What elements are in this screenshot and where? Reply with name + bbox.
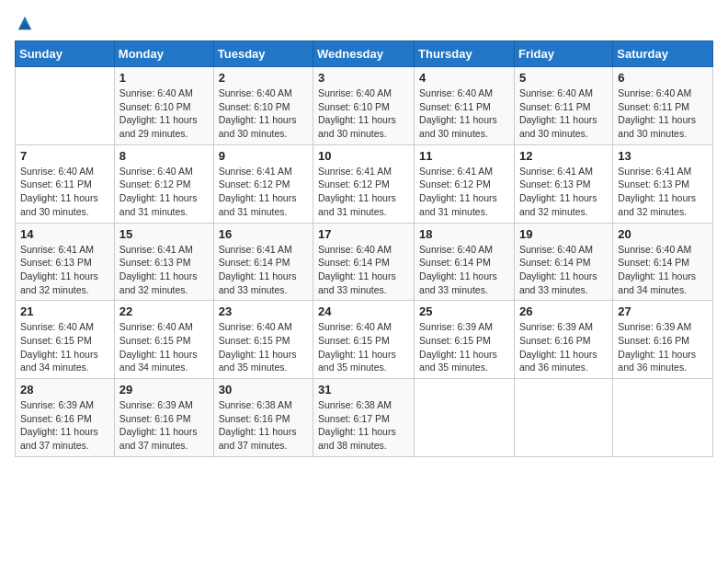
day-info: Sunrise: 6:40 AMSunset: 6:12 PMDaylight:… — [119, 165, 209, 219]
day-info: Sunrise: 6:38 AMSunset: 6:16 PMDaylight:… — [219, 398, 308, 453]
calendar-cell: 17Sunrise: 6:40 AMSunset: 6:14 PMDayligh… — [313, 223, 415, 301]
weekday-header: Sunday — [16, 41, 115, 67]
day-number: 12 — [519, 149, 608, 163]
calendar-cell: 26Sunrise: 6:39 AMSunset: 6:16 PMDayligh… — [514, 301, 612, 379]
calendar-cell: 1Sunrise: 6:40 AMSunset: 6:10 PMDaylight… — [114, 67, 213, 145]
calendar-cell: 30Sunrise: 6:38 AMSunset: 6:16 PMDayligh… — [213, 379, 313, 457]
calendar-cell: 4Sunrise: 6:40 AMSunset: 6:11 PMDaylight… — [415, 67, 515, 145]
day-info: Sunrise: 6:39 AMSunset: 6:15 PMDaylight:… — [419, 320, 509, 374]
day-info: Sunrise: 6:41 AMSunset: 6:12 PMDaylight:… — [219, 165, 308, 219]
calendar-cell: 3Sunrise: 6:40 AMSunset: 6:10 PMDaylight… — [313, 67, 415, 145]
svg-marker-1 — [18, 21, 31, 29]
day-number: 31 — [318, 383, 409, 396]
day-number: 5 — [519, 71, 608, 85]
calendar-week-row: 28Sunrise: 6:39 AMSunset: 6:16 PMDayligh… — [16, 379, 713, 457]
calendar-week-row: 14Sunrise: 6:41 AMSunset: 6:13 PMDayligh… — [16, 223, 713, 301]
calendar-cell: 28Sunrise: 6:39 AMSunset: 6:16 PMDayligh… — [16, 379, 115, 457]
day-info: Sunrise: 6:41 AMSunset: 6:13 PMDaylight:… — [119, 243, 209, 297]
day-number: 23 — [219, 304, 308, 318]
calendar-cell: 18Sunrise: 6:40 AMSunset: 6:14 PMDayligh… — [415, 223, 515, 301]
day-info: Sunrise: 6:38 AMSunset: 6:17 PMDaylight:… — [318, 398, 409, 453]
day-number: 13 — [618, 149, 708, 163]
day-number: 17 — [318, 227, 409, 241]
day-info: Sunrise: 6:40 AMSunset: 6:14 PMDaylight:… — [318, 243, 409, 297]
day-number: 29 — [119, 383, 209, 396]
day-info: Sunrise: 6:39 AMSunset: 6:16 PMDaylight:… — [618, 320, 708, 374]
day-info: Sunrise: 6:40 AMSunset: 6:15 PMDaylight:… — [119, 320, 209, 374]
weekday-header: Wednesday — [313, 41, 415, 67]
calendar-cell: 10Sunrise: 6:41 AMSunset: 6:12 PMDayligh… — [313, 144, 415, 223]
day-number: 6 — [618, 71, 708, 85]
day-number: 24 — [318, 304, 409, 318]
calendar-cell: 11Sunrise: 6:41 AMSunset: 6:12 PMDayligh… — [415, 144, 515, 223]
day-number: 4 — [419, 71, 509, 85]
day-info: Sunrise: 6:40 AMSunset: 6:11 PMDaylight:… — [519, 86, 608, 141]
day-number: 10 — [318, 149, 409, 163]
calendar-cell — [613, 379, 713, 457]
calendar-cell: 24Sunrise: 6:40 AMSunset: 6:15 PMDayligh… — [313, 301, 415, 379]
day-info: Sunrise: 6:40 AMSunset: 6:10 PMDaylight:… — [318, 86, 409, 141]
calendar-cell: 19Sunrise: 6:40 AMSunset: 6:14 PMDayligh… — [514, 223, 612, 301]
calendar-week-row: 7Sunrise: 6:40 AMSunset: 6:11 PMDaylight… — [16, 144, 713, 223]
day-number: 18 — [419, 227, 509, 241]
calendar-cell: 2Sunrise: 6:40 AMSunset: 6:10 PMDaylight… — [213, 67, 313, 145]
day-info: Sunrise: 6:41 AMSunset: 6:13 PMDaylight:… — [20, 243, 109, 297]
day-number: 25 — [419, 304, 509, 318]
day-number: 7 — [20, 149, 109, 163]
day-info: Sunrise: 6:39 AMSunset: 6:16 PMDaylight:… — [119, 398, 209, 453]
calendar-cell: 8Sunrise: 6:40 AMSunset: 6:12 PMDaylight… — [114, 144, 213, 223]
day-info: Sunrise: 6:39 AMSunset: 6:16 PMDaylight:… — [20, 398, 109, 453]
calendar-cell: 16Sunrise: 6:41 AMSunset: 6:14 PMDayligh… — [213, 223, 313, 301]
calendar-cell: 15Sunrise: 6:41 AMSunset: 6:13 PMDayligh… — [114, 223, 213, 301]
calendar-cell: 7Sunrise: 6:40 AMSunset: 6:11 PMDaylight… — [16, 144, 115, 223]
day-number: 9 — [219, 149, 308, 163]
day-info: Sunrise: 6:40 AMSunset: 6:15 PMDaylight:… — [20, 320, 109, 374]
page-header — [15, 15, 713, 31]
calendar-cell: 20Sunrise: 6:40 AMSunset: 6:14 PMDayligh… — [613, 223, 713, 301]
day-info: Sunrise: 6:40 AMSunset: 6:15 PMDaylight:… — [318, 320, 409, 374]
weekday-header-row: SundayMondayTuesdayWednesdayThursdayFrid… — [16, 41, 713, 67]
day-number: 14 — [20, 227, 109, 241]
day-number: 15 — [119, 227, 209, 241]
day-info: Sunrise: 6:41 AMSunset: 6:13 PMDaylight:… — [618, 165, 708, 219]
day-info: Sunrise: 6:39 AMSunset: 6:16 PMDaylight:… — [519, 320, 608, 374]
calendar-cell: 22Sunrise: 6:40 AMSunset: 6:15 PMDayligh… — [114, 301, 213, 379]
day-number: 26 — [519, 304, 608, 318]
day-number: 28 — [20, 383, 109, 396]
calendar-week-row: 1Sunrise: 6:40 AMSunset: 6:10 PMDaylight… — [16, 67, 713, 145]
calendar-cell: 27Sunrise: 6:39 AMSunset: 6:16 PMDayligh… — [613, 301, 713, 379]
calendar-cell: 31Sunrise: 6:38 AMSunset: 6:17 PMDayligh… — [313, 379, 415, 457]
calendar-cell: 5Sunrise: 6:40 AMSunset: 6:11 PMDaylight… — [514, 67, 612, 145]
calendar-cell — [16, 67, 115, 145]
calendar-cell — [514, 379, 612, 457]
logo — [15, 15, 35, 31]
day-number: 16 — [219, 227, 308, 241]
day-number: 21 — [20, 304, 109, 318]
calendar-cell: 9Sunrise: 6:41 AMSunset: 6:12 PMDaylight… — [213, 144, 313, 223]
weekday-header: Monday — [114, 41, 213, 67]
day-info: Sunrise: 6:40 AMSunset: 6:10 PMDaylight:… — [219, 86, 308, 141]
day-info: Sunrise: 6:40 AMSunset: 6:10 PMDaylight:… — [119, 86, 209, 141]
day-info: Sunrise: 6:41 AMSunset: 6:12 PMDaylight:… — [318, 165, 409, 219]
calendar-week-row: 21Sunrise: 6:40 AMSunset: 6:15 PMDayligh… — [16, 301, 713, 379]
weekday-header: Saturday — [613, 41, 713, 67]
day-number: 19 — [519, 227, 608, 241]
weekday-header: Thursday — [415, 41, 515, 67]
day-info: Sunrise: 6:40 AMSunset: 6:11 PMDaylight:… — [20, 165, 109, 219]
day-number: 11 — [419, 149, 509, 163]
day-info: Sunrise: 6:40 AMSunset: 6:15 PMDaylight:… — [219, 320, 308, 374]
day-number: 27 — [618, 304, 708, 318]
day-info: Sunrise: 6:40 AMSunset: 6:11 PMDaylight:… — [618, 86, 708, 141]
day-info: Sunrise: 6:41 AMSunset: 6:13 PMDaylight:… — [519, 165, 608, 219]
day-info: Sunrise: 6:40 AMSunset: 6:14 PMDaylight:… — [618, 243, 708, 297]
weekday-header: Friday — [514, 41, 612, 67]
weekday-header: Tuesday — [213, 41, 313, 67]
calendar-cell — [415, 379, 515, 457]
day-info: Sunrise: 6:41 AMSunset: 6:14 PMDaylight:… — [219, 243, 308, 297]
calendar-cell: 12Sunrise: 6:41 AMSunset: 6:13 PMDayligh… — [514, 144, 612, 223]
calendar-cell: 29Sunrise: 6:39 AMSunset: 6:16 PMDayligh… — [114, 379, 213, 457]
day-info: Sunrise: 6:40 AMSunset: 6:11 PMDaylight:… — [419, 86, 509, 141]
calendar-cell: 21Sunrise: 6:40 AMSunset: 6:15 PMDayligh… — [16, 301, 115, 379]
calendar-cell: 23Sunrise: 6:40 AMSunset: 6:15 PMDayligh… — [213, 301, 313, 379]
calendar-cell: 14Sunrise: 6:41 AMSunset: 6:13 PMDayligh… — [16, 223, 115, 301]
